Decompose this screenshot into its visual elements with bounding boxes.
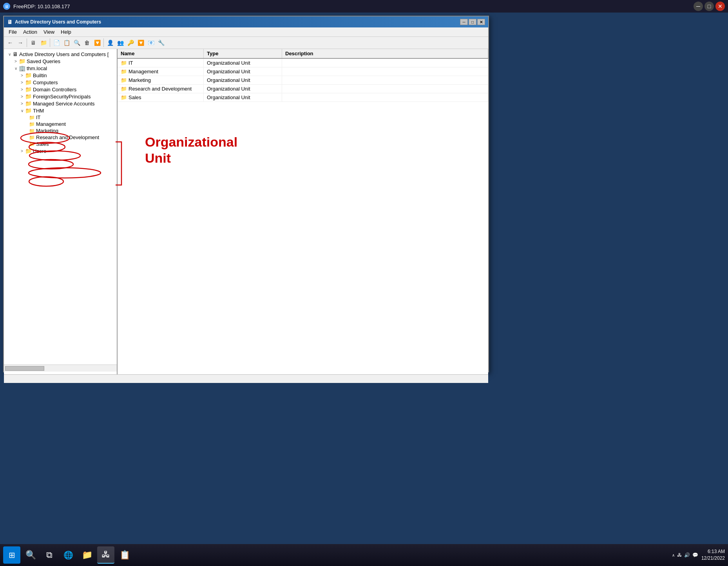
freerdp-close-btn[interactable]: ✕ — [715, 2, 725, 11]
main-content: ∨ 🖥 Active Directory Users and Computers… — [4, 49, 488, 374]
file-icon-btn[interactable]: 📋 — [116, 546, 133, 564]
status-bar — [4, 374, 488, 383]
toolbar: ← → 🖥 📁 📄 📋 🔍 🗑 🔽 👤 👥 🔑 🔽 📧 🔧 — [4, 37, 488, 49]
menu-file[interactable]: File — [5, 28, 20, 36]
window-title: Active Directory Users and Computers — [15, 19, 101, 25]
builtin-expand[interactable]: > — [19, 73, 25, 78]
new-group-btn[interactable]: 👥 — [116, 38, 125, 47]
tree-root[interactable]: ∨ 🖥 Active Directory Users and Computers… — [4, 51, 117, 58]
fsp-expand[interactable]: > — [19, 94, 25, 99]
row-marketing-type: Organizational Unit — [204, 76, 282, 84]
ou-icon-sales: 📁 — [121, 94, 127, 100]
menu-view[interactable]: View — [40, 28, 58, 36]
detail-row-it[interactable]: 📁 IT Organizational Unit — [118, 59, 488, 67]
tree-hscrollbar[interactable] — [5, 366, 44, 371]
show-tree-btn[interactable]: 🖥 — [29, 38, 38, 47]
tree-managed-service[interactable]: > 📁 Managed Service Accounts — [4, 100, 117, 107]
row-management-type: Organizational Unit — [204, 67, 282, 76]
minimize-btn[interactable]: ─ — [460, 19, 468, 25]
tree-sales[interactable]: 📁 Sales — [4, 141, 117, 147]
tree-foreign-security[interactable]: > 📁 ForeignSecurityPrincipals — [4, 93, 117, 100]
restore-btn[interactable]: □ — [469, 19, 476, 25]
detail-row-management[interactable]: 📁 Management Organizational Unit — [118, 67, 488, 76]
tree-panel: ∨ 🖥 Active Directory Users and Computers… — [4, 49, 118, 374]
tree-users[interactable]: > 📁 Users — [4, 147, 117, 154]
detail-row-research[interactable]: 📁 Research and Development Organizationa… — [118, 85, 488, 93]
builtin-label: Builtin — [33, 73, 47, 78]
tree-saved-queries[interactable]: > 📁 Saved Queries — [4, 58, 117, 65]
edge-btn[interactable]: 🌐 — [60, 546, 77, 564]
taskbar: ⊞ 🔍 ⧉ 🌐 📁 🖧 📋 ∧ 🖧 🔊 💬 6:13 AM 12/21/2022 — [0, 544, 728, 566]
fsp-label: ForeignSecurityPrincipals — [33, 94, 91, 100]
tree-builtin[interactable]: > 📁 Builtin — [4, 72, 117, 79]
filter-btn[interactable]: 🔽 — [92, 38, 102, 47]
computers-expand[interactable]: > — [19, 80, 25, 85]
menu-help[interactable]: Help — [58, 28, 74, 36]
row-management-desc — [282, 67, 488, 76]
menu-bar: File Action View Help — [4, 27, 488, 37]
explorer-btn[interactable]: 📁 — [78, 546, 96, 564]
freerdp-minimize-btn[interactable]: ─ — [694, 2, 703, 11]
tree-thm-local[interactable]: ∨ 🏢 thm.local — [4, 65, 117, 72]
copy-btn[interactable]: 📋 — [62, 38, 71, 47]
tray-notification[interactable]: 💬 — [692, 552, 698, 558]
properties-btn[interactable]: 🔍 — [72, 38, 81, 47]
menu-action[interactable]: Action — [20, 28, 40, 36]
row-sales-name: 📁 Sales — [118, 93, 204, 102]
tree-it[interactable]: 📁 IT — [4, 114, 117, 121]
forward-btn[interactable]: → — [16, 38, 25, 47]
close-btn[interactable]: ✕ — [477, 19, 485, 25]
col-name: Name — [118, 49, 204, 58]
search-btn[interactable]: 🔍 — [22, 546, 39, 564]
thm-local-expand[interactable]: ∨ — [13, 66, 19, 71]
row-marketing-desc — [282, 76, 488, 84]
saved-queries-expand[interactable]: > — [13, 59, 19, 63]
row-it-desc — [282, 59, 488, 67]
management-icon: 📁 — [29, 122, 35, 127]
root-expand[interactable]: ∨ — [6, 52, 13, 56]
system-tray: ∧ 🖧 🔊 💬 — [672, 552, 698, 558]
new-ou-btn[interactable]: 🔑 — [126, 38, 135, 47]
delete-btn[interactable]: 🗑 — [82, 38, 92, 47]
row-sales-type: Organizational Unit — [204, 93, 282, 102]
freerdp-maximize-btn[interactable]: □ — [704, 2, 714, 11]
users-expand[interactable]: > — [19, 149, 25, 153]
tray-volume[interactable]: 🔊 — [684, 552, 690, 558]
freerdp-icon: 🖥 — [3, 3, 10, 10]
msa-expand[interactable]: > — [19, 102, 25, 106]
tree-domain-controllers[interactable]: > 📁 Domain Controllers — [4, 86, 117, 93]
tree-scrollbar-area[interactable] — [4, 365, 117, 372]
msa-icon: 📁 — [25, 100, 32, 107]
options-btn[interactable]: 🔧 — [156, 38, 166, 47]
tree-management[interactable]: 📁 Management — [4, 121, 117, 127]
tree-research[interactable]: 📁 Research and Development — [4, 134, 117, 141]
dc-expand[interactable]: > — [19, 87, 25, 92]
thm-expand[interactable]: ∨ — [19, 109, 25, 113]
aduc-icon: 🖥 — [7, 19, 13, 25]
computers-icon: 📁 — [25, 79, 32, 85]
tray-up-arrow[interactable]: ∧ — [672, 553, 675, 557]
col-description: Description — [282, 49, 488, 58]
delegate-btn[interactable]: 📧 — [146, 38, 156, 47]
detail-row-sales[interactable]: 📁 Sales Organizational Unit — [118, 93, 488, 102]
ou-annotation-label: Organizational Unit — [145, 134, 237, 166]
new-user-btn[interactable]: 👤 — [105, 38, 115, 47]
ou-icon-management: 📁 — [121, 69, 127, 74]
tree-thm[interactable]: ∨ 📁 THM — [4, 107, 117, 114]
tree-computers[interactable]: > 📁 Computers — [4, 79, 117, 86]
system-clock[interactable]: 6:13 AM 12/21/2022 — [701, 548, 725, 562]
tree-marketing[interactable]: 📁 Marketing — [4, 127, 117, 134]
detail-row-marketing[interactable]: 📁 Marketing Organizational Unit — [118, 76, 488, 85]
task-view-btn[interactable]: ⧉ — [41, 546, 58, 564]
up-btn[interactable]: 📁 — [39, 38, 48, 47]
tray-network[interactable]: 🖧 — [677, 552, 682, 558]
server-manager-btn[interactable]: 🖧 — [97, 546, 114, 564]
find-btn[interactable]: 🔽 — [136, 38, 145, 47]
thm-local-label: thm.local — [27, 65, 47, 71]
ou-icon-marketing: 📁 — [121, 77, 127, 83]
back-btn[interactable]: ← — [5, 38, 15, 47]
detail-header: Name Type Description — [118, 49, 488, 59]
start-button[interactable]: ⊞ — [3, 546, 20, 564]
new-obj-btn[interactable]: 📄 — [52, 38, 61, 47]
builtin-icon: 📁 — [25, 72, 32, 78]
